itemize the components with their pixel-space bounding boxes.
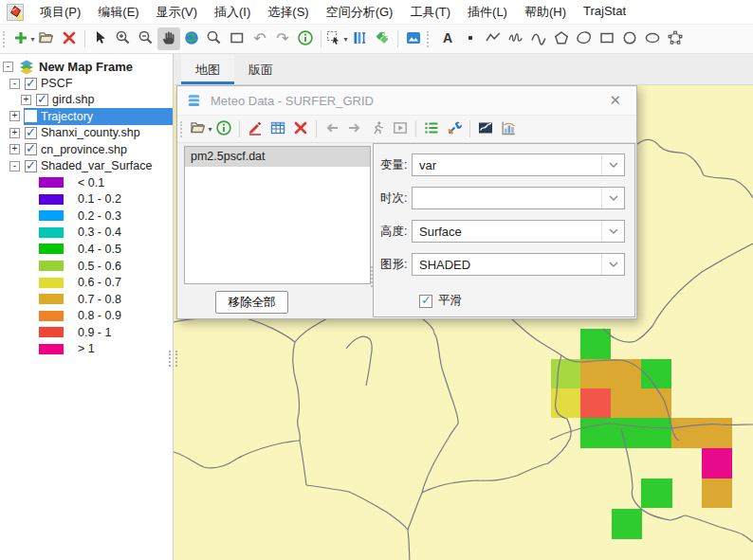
menu-item-8[interactable]: 帮助(H) [516, 1, 575, 24]
circle-tool-button[interactable] [618, 27, 641, 50]
legend-item[interactable]: 0.8 - 0.9 [0, 307, 173, 324]
zoom-rectangle-button[interactable] [226, 27, 248, 50]
menu-item-5[interactable]: 空间分析(G) [318, 1, 402, 24]
data-info-button[interactable] [212, 117, 235, 140]
create-map-layer-button[interactable] [474, 117, 497, 140]
file-item[interactable]: pm2.5pscf.dat [185, 147, 370, 167]
collapse-icon[interactable]: - [3, 62, 13, 72]
tools-button[interactable] [443, 117, 466, 140]
menu-item-7[interactable]: 插件(L) [459, 1, 516, 24]
legend-item[interactable]: 0.4 - 0.5 [0, 241, 173, 258]
tab-版面[interactable]: 版面 [234, 54, 287, 84]
legend-item[interactable]: 0.7 - 0.8 [0, 291, 173, 308]
curve-tool-button[interactable] [527, 27, 550, 50]
tree-item-Trajectory[interactable]: +Trajectory [0, 108, 173, 124]
smooth-checkbox[interactable] [419, 295, 432, 308]
menu-item-9[interactable]: TrajStat [575, 1, 634, 24]
tree-item-PSCF[interactable]: -PSCF [0, 75, 173, 91]
legend-item[interactable]: > 1 [0, 341, 173, 358]
map-canvas[interactable]: Meteo Data - SURFER_GRID ✕ ▾ pm2.5pscf.d… [174, 85, 753, 560]
tree-item-Shanxi_county.shp[interactable]: +Shanxi_county.shp [0, 125, 173, 141]
add-layer-button[interactable]: ▾ [12, 27, 35, 50]
layer-checkbox[interactable] [25, 160, 37, 172]
chevron-down-icon[interactable] [601, 254, 624, 275]
freehand-tool-button[interactable] [505, 27, 527, 50]
full-extent-globe-button[interactable] [180, 27, 203, 50]
toolbar-grip[interactable] [427, 31, 432, 47]
menu-item-1[interactable]: 编辑(E) [89, 1, 147, 24]
legend-item[interactable]: 0.3 - 0.4 [0, 225, 173, 242]
polygon-select-tool-button[interactable] [664, 27, 687, 50]
polygon-tool-button[interactable] [550, 27, 573, 50]
draw-setting-button[interactable] [244, 117, 266, 140]
menu-item-4[interactable]: 选择(S) [259, 1, 317, 24]
legend-item[interactable]: 0.9 - 1 [0, 324, 173, 341]
tree-item-cn_province.shp[interactable]: +cn_province.shp [0, 141, 173, 157]
layer-checkbox[interactable] [25, 143, 37, 155]
select-arrow-button[interactable] [89, 27, 112, 50]
menu-item-6[interactable]: 工具(T) [401, 1, 459, 24]
expand-icon[interactable]: + [9, 144, 20, 154]
zoom-out-button[interactable] [135, 27, 157, 50]
zoom-in-button[interactable] [112, 27, 135, 50]
layer-checkbox[interactable] [25, 110, 37, 122]
remove-all-button[interactable]: 移除全部 [215, 291, 288, 314]
legend-item[interactable]: 0.6 - 0.7 [0, 274, 173, 291]
previous-time-button[interactable] [321, 117, 343, 140]
zoom-tool-button[interactable] [203, 27, 226, 50]
ellipse-tool-button[interactable] [641, 27, 664, 50]
legend-item[interactable]: 0.2 - 0.3 [0, 208, 173, 225]
text-tool-button[interactable]: A [436, 27, 459, 50]
identify-info-button[interactable] [294, 27, 317, 50]
legend-item[interactable]: < 0.1 [0, 174, 173, 191]
plot-type-combobox[interactable]: SHADED [412, 253, 625, 276]
close-icon[interactable]: ✕ [602, 91, 628, 110]
remove-data-button[interactable] [289, 117, 312, 140]
remove-layer-button[interactable] [58, 27, 81, 50]
toolbar-grip[interactable] [3, 31, 9, 47]
select-feature-button[interactable]: ▾ [325, 27, 348, 50]
layer-checkbox[interactable] [36, 94, 48, 106]
expand-icon[interactable]: + [9, 128, 20, 138]
legend-item[interactable]: 0.1 - 0.2 [0, 190, 173, 208]
layer-checkbox[interactable] [25, 127, 37, 139]
collapse-icon[interactable]: - [9, 79, 20, 89]
point-tool-button[interactable] [459, 27, 482, 50]
animate-button[interactable] [366, 117, 389, 140]
variable-combobox[interactable]: var [412, 154, 625, 176]
insert-image-button[interactable] [402, 27, 425, 50]
menu-item-0[interactable]: 项目(P) [31, 1, 89, 24]
legend-item[interactable]: 0.5 - 0.6 [0, 258, 173, 275]
freehand-polygon-tool-button[interactable] [573, 27, 596, 50]
expand-icon[interactable]: + [21, 95, 31, 105]
polyline-tool-button[interactable] [482, 27, 505, 50]
data-file-list[interactable]: pm2.5pscf.dat [184, 146, 371, 284]
rectangle-tool-button[interactable] [596, 27, 618, 50]
dialog-toolbar-grip[interactable] [180, 121, 186, 137]
open-folder-button[interactable] [35, 27, 58, 50]
expand-icon[interactable]: + [9, 111, 20, 121]
settings-list-button[interactable] [420, 117, 443, 140]
chevron-down-icon[interactable] [601, 154, 624, 175]
time-combobox[interactable] [412, 187, 625, 209]
label-button[interactable] [371, 27, 394, 50]
panel-splitter-grip[interactable] [169, 351, 177, 367]
menu-item-2[interactable]: 显示(V) [148, 1, 206, 24]
redo-button[interactable]: ↷ [271, 27, 294, 50]
measure-button[interactable] [348, 27, 371, 50]
play-animation-button[interactable] [389, 117, 412, 140]
tab-地图[interactable]: 地图 [181, 54, 234, 84]
tree-item-gird.shp[interactable]: +gird.shp [0, 92, 173, 108]
next-time-button[interactable] [343, 117, 366, 140]
attribute-table-button[interactable] [266, 117, 289, 140]
create-chart-button[interactable] [497, 117, 520, 140]
undo-button[interactable]: ↶ [248, 27, 271, 50]
tree-item-New-Map-Frame[interactable]: -New Map Frame [0, 59, 173, 75]
layer-checkbox[interactable] [25, 78, 37, 90]
open-data-button[interactable]: ▾ [190, 117, 212, 140]
menu-item-3[interactable]: 插入(I) [206, 1, 259, 24]
collapse-icon[interactable]: - [9, 161, 20, 172]
chevron-down-icon[interactable] [601, 221, 624, 242]
pan-hand-button[interactable] [157, 27, 180, 50]
dialog-title-bar[interactable]: Meteo Data - SURFER_GRID ✕ [177, 86, 636, 116]
